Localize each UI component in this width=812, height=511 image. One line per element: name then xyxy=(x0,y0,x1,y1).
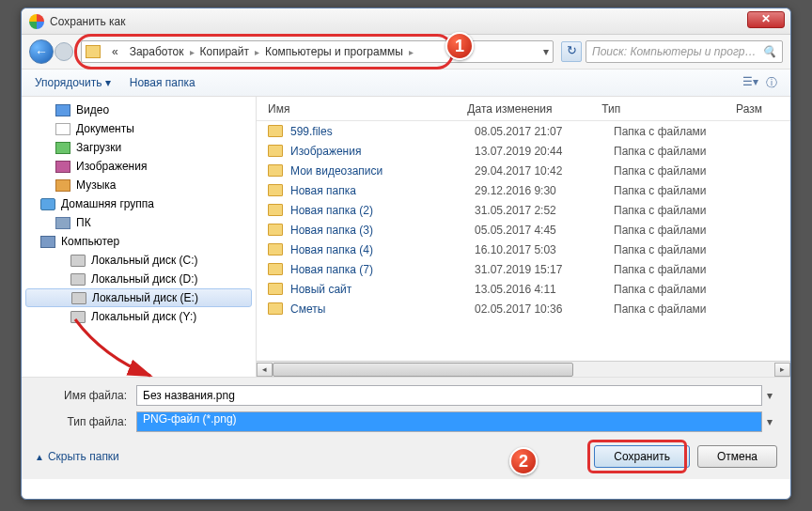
file-name[interactable]: Новая папка xyxy=(290,184,475,197)
tree-item[interactable]: Видео xyxy=(22,101,256,119)
scroll-track[interactable] xyxy=(273,363,774,377)
drive-icon xyxy=(70,255,86,267)
tree-item[interactable]: Локальный диск (E:) xyxy=(25,288,252,307)
file-row[interactable]: Мои видеозаписи29.04.2017 10:42Папка с ф… xyxy=(257,161,790,180)
address-bar[interactable]: « Заработок ▸ Копирайт ▸ Компьютеры и пр… xyxy=(81,40,554,63)
music-icon xyxy=(55,179,70,192)
file-row[interactable]: Сметы02.05.2017 10:36Папка с файлами xyxy=(257,299,790,318)
filetype-dropdown-icon[interactable]: ▾ xyxy=(762,415,777,428)
nav-back-button[interactable]: ← xyxy=(29,39,54,64)
filename-dropdown-icon[interactable]: ▾ xyxy=(762,389,777,402)
file-row[interactable]: Новая папка (3)05.05.2017 4:45Папка с фа… xyxy=(257,220,790,240)
file-name[interactable]: 599.files xyxy=(290,125,475,138)
tree-item[interactable]: Документы xyxy=(22,119,256,138)
breadcrumb-item[interactable]: Компьютеры и программы xyxy=(259,45,409,58)
file-date: 16.10.2017 5:03 xyxy=(475,243,614,256)
tree-item[interactable]: ПК xyxy=(22,213,256,232)
folder-icon xyxy=(268,125,283,137)
file-type: Папка с файлами xyxy=(614,125,753,138)
filetype-select[interactable]: PNG-файл (*.png) xyxy=(136,411,762,432)
nav-forward-button[interactable] xyxy=(55,42,73,61)
column-type[interactable]: Тип xyxy=(601,102,736,116)
breadcrumb-item[interactable]: Копирайт xyxy=(195,45,255,58)
file-row[interactable]: Изображения13.07.2019 20:44Папка с файла… xyxy=(257,141,790,161)
view-mode-button[interactable]: ☰▾ xyxy=(742,75,758,91)
horizontal-scrollbar[interactable]: ◂ ▸ xyxy=(257,361,790,377)
tree-item[interactable]: Компьютер xyxy=(22,232,256,251)
comp-icon xyxy=(40,236,55,248)
toolbar: Упорядочить ▾ Новая папка ☰▾ ⓘ xyxy=(22,69,790,97)
search-input[interactable]: Поиск: Компьютеры и прогр… 🔍 xyxy=(586,40,783,63)
tree-item-label: Локальный диск (C:) xyxy=(91,254,198,267)
file-row[interactable]: Новая папка29.12.2016 9:30Папка с файлам… xyxy=(257,180,790,200)
column-headers[interactable]: Имя Дата изменения Тип Разм xyxy=(257,97,790,121)
file-row[interactable]: Новая папка (7)31.07.2019 15:17Папка с ф… xyxy=(257,259,790,279)
filename-input[interactable] xyxy=(136,385,762,406)
tree-item-label: Документы xyxy=(76,122,134,135)
file-name[interactable]: Новая папка (7) xyxy=(290,263,475,276)
new-folder-button[interactable]: Новая папка xyxy=(130,76,195,89)
folder-icon xyxy=(86,45,101,58)
annotation-callout-2: 2 xyxy=(509,447,538,475)
file-name[interactable]: Новый сайт xyxy=(290,283,475,296)
tree-item[interactable]: Локальный диск (Y:) xyxy=(22,307,256,326)
file-rows: 599.files08.05.2017 21:07Папка с файлами… xyxy=(257,121,790,361)
tree-item-label: Музыка xyxy=(76,178,116,192)
file-name[interactable]: Мои видеозаписи xyxy=(290,164,475,178)
file-date: 31.07.2019 15:17 xyxy=(475,263,614,276)
file-row[interactable]: Новый сайт13.05.2016 4:11Папка с файлами xyxy=(257,279,790,299)
file-type: Папка с файлами xyxy=(614,145,753,158)
file-row[interactable]: Новая папка (2)31.05.2017 2:52Папка с фа… xyxy=(257,200,790,220)
tree-item[interactable]: Загрузки xyxy=(22,138,256,157)
folder-icon xyxy=(268,204,283,216)
scroll-right-arrow[interactable]: ▸ xyxy=(774,363,790,377)
close-button[interactable]: ✕ xyxy=(747,11,785,28)
file-date: 29.04.2017 10:42 xyxy=(475,164,614,178)
save-button[interactable]: Сохранить xyxy=(594,445,690,468)
tree-item[interactable]: Изображения xyxy=(22,157,256,176)
tree-item-label: Локальный диск (E:) xyxy=(92,291,198,304)
folder-tree[interactable]: ВидеоДокументыЗагрузкиИзображенияМузыкаД… xyxy=(22,97,257,377)
file-name[interactable]: Новая папка (3) xyxy=(290,224,475,237)
column-size[interactable]: Разм xyxy=(736,102,790,116)
file-type: Папка с файлами xyxy=(614,302,753,316)
dl-icon xyxy=(55,142,70,154)
tree-item[interactable]: Домашняя группа xyxy=(22,194,256,213)
pc-icon xyxy=(55,217,70,229)
tree-item[interactable]: Музыка xyxy=(22,176,256,194)
hide-folders-label: Скрыть папки xyxy=(48,450,119,463)
folder-icon xyxy=(268,243,283,256)
scroll-left-arrow[interactable]: ◂ xyxy=(257,363,273,377)
search-icon: 🔍 xyxy=(762,45,776,58)
column-name[interactable]: Имя xyxy=(268,102,467,116)
dropdown-icon[interactable]: ▾ xyxy=(543,45,549,58)
bottom-panel: Имя файла: ▾ Тип файла: PNG-файл (*.png)… xyxy=(22,377,790,479)
file-row[interactable]: 599.files08.05.2017 21:07Папка с файлами xyxy=(257,121,790,141)
cancel-button[interactable]: Отмена xyxy=(697,445,777,468)
tree-item[interactable]: Локальный диск (C:) xyxy=(22,251,256,270)
file-name[interactable]: Новая папка (2) xyxy=(290,204,475,217)
tree-item-label: Локальный диск (Y:) xyxy=(91,310,196,323)
file-name[interactable]: Новая папка (4) xyxy=(290,243,475,256)
img-icon xyxy=(55,161,70,173)
file-name[interactable]: Сметы xyxy=(290,302,475,316)
help-button[interactable]: ⓘ xyxy=(766,75,777,91)
folder-icon xyxy=(268,164,283,177)
folder-icon xyxy=(268,224,283,236)
folder-icon xyxy=(268,263,283,275)
hide-folders-link[interactable]: ▲ Скрыть папки xyxy=(35,450,119,463)
breadcrumb-item[interactable]: Заработок xyxy=(124,45,190,58)
file-type: Папка с файлами xyxy=(614,164,753,178)
file-type: Папка с файлами xyxy=(614,283,753,296)
group-icon xyxy=(40,198,55,210)
organize-menu[interactable]: Упорядочить ▾ xyxy=(35,76,111,89)
breadcrumb-prefix: « xyxy=(106,45,124,58)
file-type: Папка с файлами xyxy=(614,263,753,276)
tree-item[interactable]: Локальный диск (D:) xyxy=(22,270,256,288)
file-row[interactable]: Новая папка (4)16.10.2017 5:03Папка с фа… xyxy=(257,240,790,259)
column-date[interactable]: Дата изменения xyxy=(467,102,601,116)
scroll-thumb[interactable] xyxy=(273,363,573,377)
file-date: 02.05.2017 10:36 xyxy=(475,302,614,316)
file-name[interactable]: Изображения xyxy=(290,145,475,158)
refresh-button[interactable]: ↻ xyxy=(561,41,582,62)
